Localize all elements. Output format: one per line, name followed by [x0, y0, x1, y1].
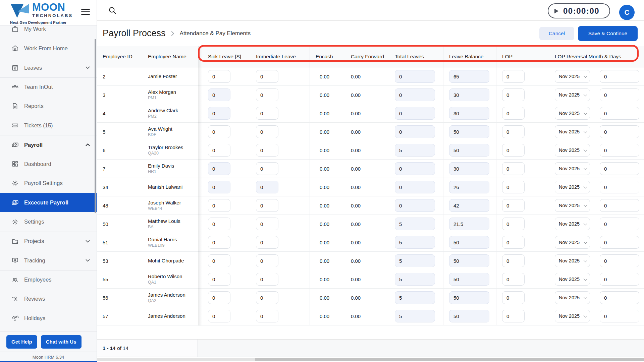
leave-balance-input[interactable]: 42 — [449, 199, 489, 212]
sidebar-scrollbar[interactable] — [95, 39, 96, 213]
sick-leave-input[interactable]: 0 — [208, 291, 230, 304]
days-input[interactable]: 0 — [600, 218, 639, 230]
lop-input[interactable]: 0 — [502, 107, 525, 120]
sick-leave-input[interactable]: 0 — [208, 199, 230, 212]
leave-balance-input[interactable]: 30 — [449, 88, 489, 101]
sidebar-item-projects[interactable]: Projects — [0, 232, 97, 251]
days-input[interactable]: 0 — [600, 291, 639, 304]
immediate-leave-input[interactable]: 0 — [256, 310, 278, 322]
days-input[interactable]: 0 — [600, 273, 639, 286]
leave-balance-input[interactable]: 50 — [449, 125, 489, 138]
sick-leave-input[interactable]: 0 — [208, 107, 230, 120]
leave-balance-input[interactable]: 50 — [449, 144, 489, 157]
lop-input[interactable]: 0 — [502, 236, 525, 249]
month-select[interactable]: Nov 2025 — [555, 236, 590, 249]
lop-input[interactable]: 0 — [502, 125, 525, 138]
sick-leave-input[interactable]: 0 — [208, 273, 230, 286]
get-help-button[interactable]: Get Help — [6, 335, 37, 349]
days-input[interactable]: 0 — [600, 70, 639, 83]
save-continue-button[interactable]: Save & Continue — [578, 26, 638, 41]
sidebar-item-work-from-home[interactable]: Work From Home — [0, 39, 97, 58]
immediate-leave-input[interactable]: 0 — [256, 144, 278, 157]
leave-balance-input[interactable]: 50 — [449, 254, 489, 267]
lop-input[interactable]: 0 — [502, 199, 525, 212]
lop-input[interactable]: 0 — [502, 254, 525, 267]
total-leaves-input[interactable]: 5 — [395, 236, 435, 249]
days-input[interactable]: 0 — [600, 310, 639, 322]
month-select[interactable]: Nov 2025 — [555, 199, 590, 212]
total-leaves-input[interactable]: 0 — [395, 199, 435, 212]
sidebar-item-holidays[interactable]: Holidays — [0, 309, 97, 328]
immediate-leave-input[interactable]: 0 — [256, 236, 278, 249]
moon-technolabs-logo[interactable]: MOON TECHNOLABS Next-Gen Development Par… — [10, 2, 73, 24]
sidebar-item-leaves[interactable]: Leaves — [0, 58, 97, 77]
leave-balance-input[interactable]: 21.5 — [449, 218, 489, 230]
lop-input[interactable]: 0 — [502, 273, 525, 286]
total-leaves-input[interactable]: 0 — [395, 125, 435, 138]
leave-balance-input[interactable]: 50 — [449, 291, 489, 304]
total-leaves-input[interactable]: 0 — [395, 181, 435, 193]
month-select[interactable]: Nov 2025 — [555, 310, 590, 322]
month-select[interactable]: Nov 2025 — [555, 125, 590, 138]
sick-leave-input[interactable]: 0 — [208, 88, 230, 101]
days-input[interactable]: 0 — [600, 162, 639, 175]
month-select[interactable]: Nov 2025 — [555, 181, 590, 193]
cancel-button[interactable]: Cancel — [539, 27, 574, 40]
total-leaves-input[interactable]: 5 — [395, 273, 435, 286]
sidebar-item-settings[interactable]: Settings — [0, 212, 97, 232]
total-leaves-input[interactable]: 0 — [395, 88, 435, 101]
lop-input[interactable]: 0 — [502, 144, 525, 157]
month-select[interactable]: Nov 2025 — [555, 162, 590, 175]
sidebar-item-dashboard[interactable]: Dashboard — [0, 155, 97, 174]
days-input[interactable]: 0 — [600, 236, 639, 249]
days-input[interactable]: 0 — [600, 181, 639, 193]
immediate-leave-input[interactable]: 0 — [256, 218, 278, 230]
lop-input[interactable]: 0 — [502, 70, 525, 83]
immediate-leave-input[interactable]: 0 — [256, 107, 278, 120]
sick-leave-input[interactable]: 0 — [208, 162, 230, 175]
month-select[interactable]: Nov 2025 — [555, 107, 590, 120]
month-select[interactable]: Nov 2025 — [555, 88, 590, 101]
immediate-leave-input[interactable]: 0 — [256, 70, 278, 83]
total-leaves-input[interactable]: 5 — [395, 144, 435, 157]
sick-leave-input[interactable]: 0 — [208, 218, 230, 230]
month-select[interactable]: Nov 2025 — [555, 218, 590, 230]
days-input[interactable]: 0 — [600, 88, 639, 101]
sidebar-item-reviews[interactable]: Reviews — [0, 289, 97, 309]
immediate-leave-input[interactable]: 0 — [256, 125, 278, 138]
search-icon[interactable] — [108, 6, 117, 15]
sidebar-item-tickets-15[interactable]: Tickets (15) — [0, 116, 97, 135]
sidebar-item-payroll[interactable]: Payroll — [0, 135, 97, 155]
immediate-leave-input[interactable]: 0 — [256, 199, 278, 212]
work-timer[interactable]: 00:00:00 — [548, 3, 610, 18]
chat-with-us-button[interactable]: Chat with Us — [41, 335, 82, 349]
total-leaves-input[interactable]: 5 — [395, 254, 435, 267]
sidebar-item-reports[interactable]: Reports — [0, 97, 97, 116]
month-select[interactable]: Nov 2025 — [555, 254, 590, 267]
immediate-leave-input[interactable]: 0 — [256, 291, 278, 304]
horizontal-scrollbar[interactable] — [97, 358, 644, 361]
total-leaves-input[interactable]: 5 — [395, 310, 435, 322]
sick-leave-input[interactable]: 0 — [208, 236, 230, 249]
days-input[interactable]: 0 — [600, 125, 639, 138]
play-icon[interactable] — [554, 9, 558, 13]
total-leaves-input[interactable]: 5 — [395, 218, 435, 230]
sidebar-item-employees[interactable]: Employees — [0, 270, 97, 290]
days-input[interactable]: 0 — [600, 107, 639, 120]
days-input[interactable]: 0 — [600, 199, 639, 212]
sick-leave-input[interactable]: 0 — [208, 125, 230, 138]
horizontal-scrollbar-thumb[interactable] — [255, 358, 644, 361]
lop-input[interactable]: 0 — [502, 291, 525, 304]
immediate-leave-input[interactable]: 0 — [256, 162, 278, 175]
leave-balance-input[interactable]: 26 — [449, 181, 489, 193]
month-select[interactable]: Nov 2025 — [555, 273, 590, 286]
sick-leave-input[interactable]: 0 — [208, 181, 230, 193]
lop-input[interactable]: 0 — [502, 88, 525, 101]
sidebar-item-excecute-payroll[interactable]: Excecute Payroll — [0, 193, 97, 213]
lop-input[interactable]: 0 — [502, 310, 525, 322]
sidebar-item-tracking[interactable]: Tracking — [0, 251, 97, 270]
leave-balance-input[interactable]: 65 — [449, 70, 489, 83]
immediate-leave-input[interactable]: 0 — [256, 273, 278, 286]
total-leaves-input[interactable]: 5 — [395, 291, 435, 304]
leave-balance-input[interactable]: 50 — [449, 310, 489, 322]
